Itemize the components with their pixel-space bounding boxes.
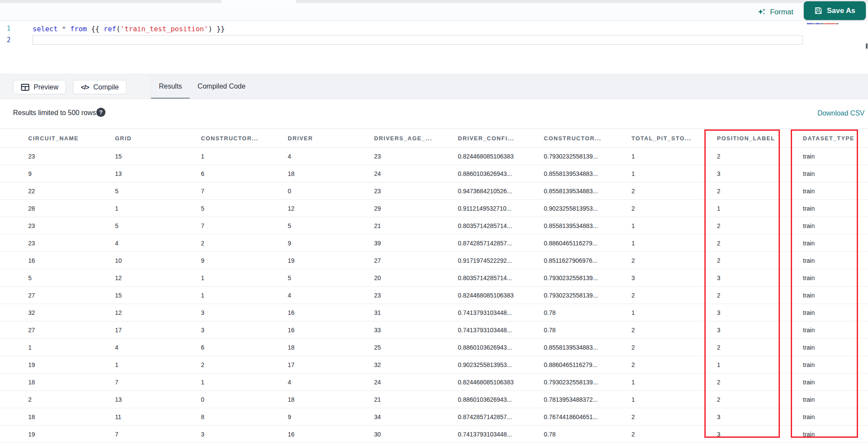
table-cell: 2	[631, 344, 717, 351]
table-cell: 2	[631, 327, 717, 334]
download-csv-link[interactable]: Download CSV	[818, 109, 865, 117]
table-cell: 3	[717, 431, 803, 438]
table-cell: 2	[717, 292, 803, 299]
active-line-box[interactable]	[33, 35, 803, 45]
table-cell: 34	[374, 413, 458, 420]
table-cell: 25	[374, 344, 458, 351]
table-cell: 2	[717, 153, 803, 160]
table-cell: 2	[717, 222, 803, 229]
table-cell: 0.7813953488372...	[544, 396, 631, 403]
table-cell: 3	[717, 170, 803, 177]
table-row: 14618250.8860103626943...0.8558139534883…	[0, 339, 868, 356]
table-cell: train	[803, 413, 868, 420]
table-cell: 4	[115, 344, 201, 351]
table-cell: train	[803, 344, 868, 351]
table-cell: 18	[28, 413, 115, 420]
code-icon: </>	[81, 83, 89, 91]
table-cell: train	[803, 396, 868, 403]
table-cell: 3	[717, 327, 803, 334]
help-icon[interactable]: ?	[96, 108, 105, 117]
table-cell: 15	[115, 292, 201, 299]
table-cell: 0	[201, 396, 288, 403]
table-row: 1610919270.9171974522292...0.85116279069…	[0, 252, 868, 269]
table-cell: 19	[28, 361, 115, 368]
table-cell: 0.78	[544, 431, 631, 438]
table-cell: 0	[288, 188, 374, 195]
table-cell: 7	[115, 379, 201, 386]
save-icon	[814, 7, 822, 15]
table-cell: 1	[717, 361, 803, 368]
results-info-bar: Results limited to 500 rows. ? Download …	[0, 99, 868, 129]
table-row: 18714240.8244680851063830.7930232558139.…	[0, 374, 868, 391]
table-cell: 10	[115, 257, 201, 264]
column-header: GRID	[115, 135, 201, 142]
table-cell: 3	[201, 327, 288, 334]
save-as-button[interactable]: Save As	[804, 1, 866, 20]
table-cell: 1	[201, 274, 288, 281]
table-cell: 3	[717, 309, 803, 316]
table-cell: 0.8860465116279...	[544, 240, 631, 247]
table-cell: 2	[201, 240, 288, 247]
code-token: 'train_test_position'	[120, 25, 208, 33]
table-cell: 1	[631, 379, 717, 386]
column-header: POSITION_LABEL	[717, 135, 803, 142]
table-cell: 3	[717, 274, 803, 281]
table-cell: 18	[288, 344, 374, 351]
table-cell: 3	[201, 431, 288, 438]
tab-results[interactable]: Results	[151, 74, 190, 99]
table-cell: 3	[201, 309, 288, 316]
table-row: 231514230.8244680851063830.7930232558139…	[0, 148, 868, 165]
table-cell: 1	[201, 153, 288, 160]
table-cell: train	[803, 327, 868, 334]
table-cell: 2	[631, 413, 717, 420]
table-cell: 2	[717, 257, 803, 264]
table-cell: 5	[201, 205, 288, 212]
table-cell: 19	[28, 431, 115, 438]
table-cell: 0.8558139534883...	[544, 344, 631, 351]
sql-editor[interactable]: 1 select * from {{ ref('train_test_posit…	[0, 21, 868, 74]
table-cell: 2	[631, 205, 717, 212]
table-cell: 1	[631, 170, 717, 177]
active-file-tab[interactable]	[221, 0, 296, 3]
table-row: 3212316310.7413793103448...0.7813train	[0, 304, 868, 321]
table-cell: 12	[288, 205, 374, 212]
table-cell: 7	[201, 222, 288, 229]
minimap[interactable]	[806, 21, 865, 60]
table-cell: 0.7674418604651...	[544, 413, 631, 420]
table-cell: train	[803, 188, 868, 195]
column-header: CONSTRUCTOR...	[544, 135, 631, 142]
code-token: ref	[104, 25, 116, 33]
table-cell: train	[803, 274, 868, 281]
tab-results-label: Results	[159, 83, 182, 90]
table-cell: 2	[717, 379, 803, 386]
table-cell: 0.824468085106383	[458, 153, 544, 160]
table-cell: 19	[288, 257, 374, 264]
compile-button[interactable]: </> Compile	[73, 80, 127, 94]
table-cell: 0.824468085106383	[458, 379, 544, 386]
row-limit-note: Results limited to 500 rows.	[13, 109, 98, 117]
table-cell: 0.7930232558139...	[544, 379, 631, 386]
tab-compiled-code[interactable]: Compiled Code	[190, 74, 253, 99]
table-cell: 23	[28, 153, 115, 160]
scrollbar-thumb[interactable]	[866, 43, 868, 49]
format-label: Format	[770, 8, 793, 17]
table-cell: 2	[631, 292, 717, 299]
code-line-content[interactable]: select * from {{ ref('train_test_positio…	[33, 25, 225, 33]
table-cell: 0.8035714285714...	[458, 274, 544, 281]
table-row: 23429390.8742857142857...0.8860465116279…	[0, 235, 868, 252]
table-cell: train	[803, 170, 868, 177]
preview-button[interactable]: Preview	[13, 80, 66, 94]
table-cell: 0.9171974522292...	[458, 257, 544, 264]
table-cell: 0.8558139534883...	[544, 188, 631, 195]
code-token	[58, 25, 62, 33]
minimap-code-line	[807, 23, 838, 24]
code-line-1[interactable]: 1 select * from {{ ref('train_test_posit…	[0, 23, 225, 34]
table-cell: 0.8742857142857...	[458, 413, 544, 420]
table-cell: 5	[288, 274, 374, 281]
table-cell: 1	[631, 309, 717, 316]
table-cell: 0.8035714285714...	[458, 222, 544, 229]
table-cell: 2	[631, 431, 717, 438]
format-button[interactable]: Format	[757, 6, 793, 19]
code-line-2[interactable]: 2	[0, 35, 17, 45]
column-header: CIRCUIT_NAME	[28, 135, 115, 142]
